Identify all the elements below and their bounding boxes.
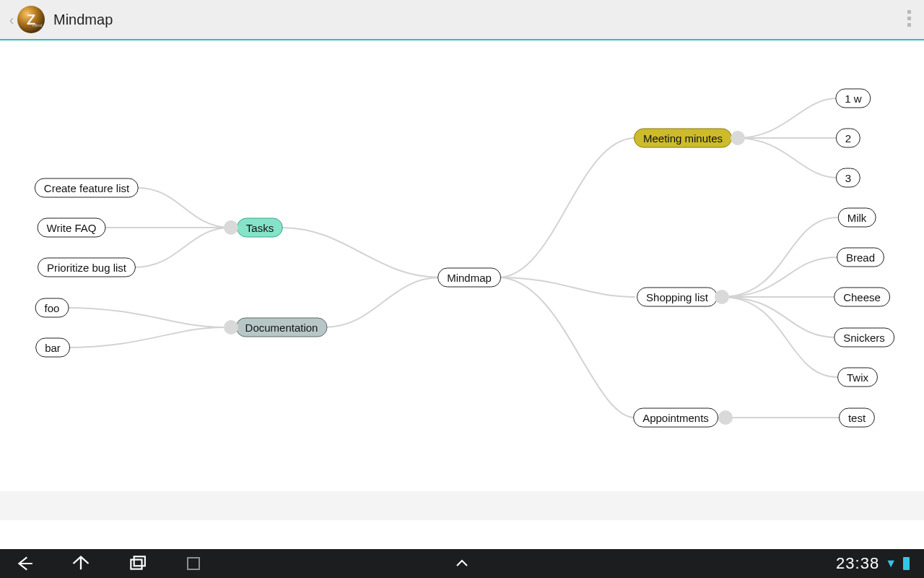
node-meeting-2[interactable]: 2 xyxy=(836,129,860,148)
node-milk[interactable]: Milk xyxy=(838,208,876,228)
node-bread[interactable]: Bread xyxy=(837,248,884,267)
app-bar: ‹ ZMind Mindmap xyxy=(0,0,924,40)
node-label: Bread xyxy=(846,251,875,264)
system-navbar: 23:38 ▼ xyxy=(0,549,924,578)
collapse-handle-meeting[interactable] xyxy=(731,131,745,145)
app-logo[interactable]: ZMind xyxy=(17,6,45,33)
node-cheese[interactable]: Cheese xyxy=(834,288,890,307)
nav-screenshot-icon[interactable] xyxy=(183,553,204,574)
node-documentation[interactable]: Documentation xyxy=(236,318,328,337)
battery-icon xyxy=(903,557,910,570)
nav-home-icon[interactable] xyxy=(71,553,91,574)
footer-spacer xyxy=(0,491,924,520)
node-tasks[interactable]: Tasks xyxy=(237,218,283,238)
node-label: foo xyxy=(45,302,60,314)
node-write-faq[interactable]: Write FAQ xyxy=(38,218,106,238)
node-label: Documentation xyxy=(245,322,318,334)
back-icon[interactable]: ‹ xyxy=(7,12,16,28)
mindmap-canvas[interactable]: Mindmap Tasks Documentation Create featu… xyxy=(0,40,924,549)
collapse-handle-shopping[interactable] xyxy=(715,290,729,304)
node-label: test xyxy=(848,412,866,424)
link-layer xyxy=(0,40,924,549)
node-label: Appointments xyxy=(642,412,709,424)
node-create-feature-list[interactable]: Create feature list xyxy=(35,178,139,198)
node-label: Twix xyxy=(847,371,868,384)
node-foo[interactable]: foo xyxy=(35,298,69,318)
nav-expand-icon[interactable] xyxy=(452,553,472,574)
node-label: Cheese xyxy=(843,291,881,303)
overflow-menu-icon[interactable] xyxy=(907,10,911,27)
node-label: bar xyxy=(45,342,61,354)
node-test[interactable]: test xyxy=(839,408,875,428)
node-snickers[interactable]: Snickers xyxy=(834,328,894,348)
node-label: Write FAQ xyxy=(47,222,97,234)
node-label: 3 xyxy=(845,172,851,184)
node-shopping-list[interactable]: Shopping list xyxy=(637,288,718,307)
node-meeting-1[interactable]: 1 w xyxy=(835,89,871,108)
node-label: Milk xyxy=(847,212,867,224)
collapse-handle-tasks[interactable] xyxy=(224,220,238,235)
wifi-icon: ▼ xyxy=(885,557,897,570)
node-meeting-minutes[interactable]: Meeting minutes xyxy=(634,129,732,148)
node-label: Shopping list xyxy=(646,291,708,303)
node-prioritize-bug-list[interactable]: Prioritize bug list xyxy=(38,258,136,277)
node-label: 2 xyxy=(845,132,851,144)
node-label: Meeting minutes xyxy=(643,132,723,144)
nav-recent-icon[interactable] xyxy=(127,553,147,574)
node-label: Tasks xyxy=(246,222,274,234)
svg-rect-1 xyxy=(134,556,145,566)
svg-rect-0 xyxy=(131,560,141,569)
nav-back-icon[interactable] xyxy=(14,553,35,574)
node-label: 1 w xyxy=(845,92,861,105)
node-label: Mindmap xyxy=(447,272,492,284)
node-twix[interactable]: Twix xyxy=(837,368,878,387)
node-label: Snickers xyxy=(843,332,885,344)
status-time: 23:38 xyxy=(836,554,879,573)
node-label: Prioritize bug list xyxy=(47,262,126,274)
collapse-handle-documentation[interactable] xyxy=(224,320,238,335)
node-bar[interactable]: bar xyxy=(35,338,70,358)
node-label: Create feature list xyxy=(44,182,129,194)
node-meeting-3[interactable]: 3 xyxy=(836,168,860,188)
svg-rect-2 xyxy=(188,558,199,569)
node-appointments[interactable]: Appointments xyxy=(633,408,718,428)
node-root[interactable]: Mindmap xyxy=(437,268,501,288)
app-title: Mindmap xyxy=(53,12,113,28)
collapse-handle-appointments[interactable] xyxy=(718,410,733,425)
